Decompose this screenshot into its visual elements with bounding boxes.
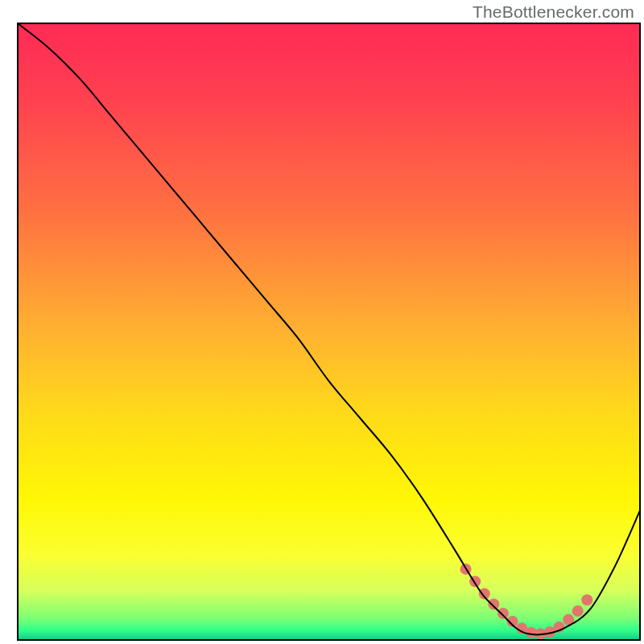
highlight-dot bbox=[572, 605, 584, 617]
highlight-dot bbox=[581, 594, 592, 605]
highlight-dot bbox=[488, 599, 499, 610]
chart-stage: TheBottlenecker.com bbox=[0, 0, 644, 644]
watermark-text: TheBottlenecker.com bbox=[473, 2, 634, 22]
highlight-dot bbox=[497, 608, 509, 619]
chart-svg bbox=[0, 0, 644, 644]
